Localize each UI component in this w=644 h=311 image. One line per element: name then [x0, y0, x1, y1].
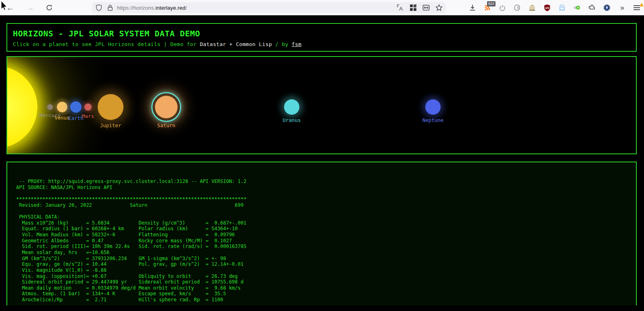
- planet-label-saturn: Saturn: [157, 122, 175, 128]
- download-icon: [469, 4, 476, 11]
- horizons-output: -- PROXY: http://squid.egress-proxy.svc.…: [16, 179, 247, 303]
- js-toggle-button[interactable]: JS: [572, 3, 582, 13]
- rss-extension-button[interactable]: 622: [483, 3, 492, 13]
- eu-stars-extension-button[interactable]: [602, 3, 612, 13]
- horizons-data-panel: -- PROXY: http://squid.egress-proxy.svc.…: [6, 162, 637, 305]
- mask-circle-icon: [514, 4, 521, 11]
- planet-label-mars: Mars: [82, 113, 94, 119]
- bookmark-star-icon[interactable]: [435, 4, 443, 11]
- downloads-button[interactable]: [468, 3, 477, 13]
- tracking-shield-icon[interactable]: [95, 4, 102, 11]
- js-toggle-icon: JS: [573, 4, 581, 11]
- power-icon: [499, 4, 506, 11]
- url-path: /: [186, 5, 187, 11]
- ublock-shield-icon: uO: [544, 4, 551, 11]
- page-content: HORIZONS - JPL SOLAR SYSTEM DATA DEMO Cl…: [0, 15, 644, 311]
- planet-label-uranus: Uranus: [282, 117, 301, 123]
- mask-extension-button[interactable]: [512, 3, 522, 13]
- solar-system-panel: MercuryVenusEarthMarsJupiterSaturnUranus…: [6, 56, 637, 154]
- hamburger-menu-icon: [634, 5, 640, 10]
- double-chevron-icon: »: [620, 4, 623, 12]
- app-menu-button[interactable]: [632, 3, 642, 13]
- forward-button[interactable]: →: [25, 2, 36, 13]
- svg-text:A: A: [399, 6, 403, 11]
- capitol-building-icon: [529, 4, 536, 11]
- js-toggle-label: JS: [577, 6, 579, 9]
- author-link[interactable]: fsm: [292, 41, 301, 47]
- page-title: HORIZONS - JPL SOLAR SYSTEM DATA DEMO: [13, 29, 630, 38]
- browser-toolbar: ← → https://horizons.interlaye.red/ x A: [0, 0, 644, 15]
- rss-badge: 622: [487, 1, 496, 6]
- page-subtitle: Click on a planet to see JPL Horizons de…: [13, 41, 630, 47]
- screenshot-grid-icon[interactable]: [410, 4, 417, 11]
- planet-label-earth: Earth: [68, 115, 84, 121]
- ublock-label: uO: [545, 6, 549, 10]
- planet-label-jupiter: Jupiter: [100, 122, 121, 128]
- reader-expand-icon[interactable]: [422, 4, 430, 11]
- planet-venus[interactable]: [57, 102, 67, 112]
- ublock-origin-button[interactable]: uO: [542, 3, 552, 13]
- ghost-icon: [558, 4, 566, 11]
- mouse-cursor: [0, 0, 8, 12]
- url-text[interactable]: https://horizons.interlaye.red/: [117, 5, 397, 11]
- planet-mars[interactable]: [84, 103, 92, 111]
- planet-jupiter[interactable]: [98, 94, 123, 120]
- sun[interactable]: [6, 66, 38, 148]
- power-extension-button[interactable]: [498, 3, 507, 13]
- toolbar-overflow-button[interactable]: »: [617, 3, 627, 13]
- planet-uranus[interactable]: [284, 99, 299, 115]
- url-domain: interlaye.red: [155, 5, 185, 11]
- translate-icon[interactable]: x A: [397, 4, 404, 11]
- lock-icon[interactable]: [107, 4, 114, 11]
- puzzle-piece-icon: [588, 4, 596, 11]
- eu-stars-lock-icon: [603, 4, 611, 11]
- extensions-button[interactable]: [587, 3, 597, 13]
- planet-label-venus: Venus: [54, 115, 70, 121]
- planet-earth[interactable]: [70, 101, 82, 113]
- subtitle-separator: / by: [272, 41, 292, 47]
- url-bar[interactable]: https://horizons.interlaye.red/ x A: [92, 2, 446, 13]
- subtitle-tech: Datastar + Common Lisp: [200, 41, 272, 47]
- hero-panel: HORIZONS - JPL SOLAR SYSTEM DATA DEMO Cl…: [6, 23, 637, 52]
- planet-neptune[interactable]: [425, 99, 441, 115]
- wayback-machine-button[interactable]: [527, 3, 537, 13]
- ghost-extension-button[interactable]: [557, 3, 567, 13]
- planet-label-neptune: Neptune: [422, 117, 444, 123]
- reload-icon: [46, 4, 53, 11]
- url-scheme: https://horizons.: [117, 5, 155, 11]
- planet-mercury[interactable]: [47, 104, 53, 110]
- subtitle-text: Click on a planet to see JPL Horizons de…: [13, 41, 200, 47]
- update-badge: [640, 3, 644, 6]
- planet-saturn[interactable]: [155, 96, 178, 118]
- reload-button[interactable]: [44, 2, 55, 13]
